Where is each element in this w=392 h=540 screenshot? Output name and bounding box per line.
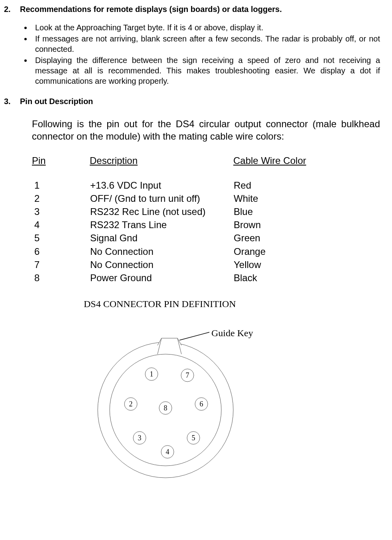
cell-desc: Power Ground	[90, 272, 234, 284]
cell-pin: 5	[32, 232, 90, 244]
cell-pin: 2	[32, 192, 90, 205]
section-2-bullets: Look at the Approaching Target byte. If …	[4, 22, 380, 86]
cell-desc: OFF/ (Gnd to turn unit off)	[90, 192, 234, 205]
table-row: 8 Power Ground Black	[32, 272, 380, 284]
pin-2-label: 2	[129, 400, 133, 408]
table-row: 4 RS232 Trans Line Brown	[32, 219, 380, 231]
section-3-heading: 3. Pin out Description	[4, 96, 380, 106]
connector-icon: 1 7 2 8 6 3 5 4	[96, 322, 239, 482]
cell-pin: 7	[32, 258, 90, 271]
pin-5-label: 5	[192, 434, 195, 442]
pin-4-label: 4	[166, 448, 169, 456]
connector-diagram: Guide Key 1 7 2 8 6 3 5 4	[96, 322, 295, 494]
section-2-title: Recommendations for remote displays (sig…	[20, 4, 282, 14]
table-row: 1 +13.6 VDC Input Red	[32, 179, 380, 191]
section-3-title: Pin out Description	[20, 96, 93, 106]
table-row: 7 No Connection Yellow	[32, 258, 380, 271]
cell-color: Red	[234, 179, 251, 191]
cell-color: Yellow	[234, 258, 261, 271]
cell-color: Green	[234, 232, 260, 244]
section-3-intro: Following is the pin out for the DS4 cir…	[32, 118, 380, 142]
table-row: 2 OFF/ (Gnd to turn unit off) White	[32, 192, 380, 205]
bullet-item: If messages are not arriving, blank scre…	[32, 34, 380, 54]
cell-desc: +13.6 VDC Input	[90, 179, 234, 191]
cell-color: Orange	[234, 245, 266, 258]
svg-line-3	[177, 338, 181, 354]
pin-7-label: 7	[186, 371, 189, 379]
header-description: Description	[90, 154, 233, 167]
pin-6-label: 6	[200, 400, 203, 408]
cell-pin: 8	[32, 272, 90, 284]
cell-color: Black	[234, 272, 257, 284]
header-pin: Pin	[32, 154, 90, 167]
cell-color: Blue	[234, 205, 253, 218]
cell-desc: RS232 Trans Line	[90, 219, 234, 231]
cell-desc: No Connection	[90, 258, 234, 271]
svg-line-2	[158, 338, 162, 354]
cell-pin: 6	[32, 245, 90, 258]
cell-desc: Signal Gnd	[90, 232, 234, 244]
cell-pin: 3	[32, 205, 90, 218]
cell-pin: 1	[32, 179, 90, 191]
pin-1-label: 1	[150, 370, 154, 378]
cell-desc: No Connection	[90, 245, 234, 258]
cell-desc: RS232 Rec Line (not used)	[90, 205, 234, 218]
svg-line-4	[179, 332, 209, 340]
section-3-number: 3.	[4, 96, 20, 106]
cell-color: Brown	[234, 219, 261, 231]
cell-pin: 4	[32, 219, 90, 231]
table-row: 6 No Connection Orange	[32, 245, 380, 258]
bullet-item: Look at the Approaching Target byte. If …	[32, 22, 380, 33]
table-row: 5 Signal Gnd Green	[32, 232, 380, 244]
cell-color: White	[234, 192, 258, 205]
diagram-title: DS4 CONNECTOR PIN DEFINITION	[84, 298, 380, 310]
pinout-header-row: Pin Description Cable Wire Color	[32, 154, 380, 167]
pin-3-label: 3	[138, 434, 142, 442]
section-2-heading: 2. Recommendations for remote displays (…	[4, 4, 380, 14]
table-row: 3 RS232 Rec Line (not used) Blue	[32, 205, 380, 218]
section-2-number: 2.	[4, 4, 20, 14]
pinout-table: Pin Description Cable Wire Color 1 +13.6…	[32, 154, 380, 284]
pin-8-label: 8	[164, 404, 167, 412]
header-color: Cable Wire Color	[233, 154, 306, 167]
bullet-item: Displaying the difference between the si…	[32, 55, 380, 86]
